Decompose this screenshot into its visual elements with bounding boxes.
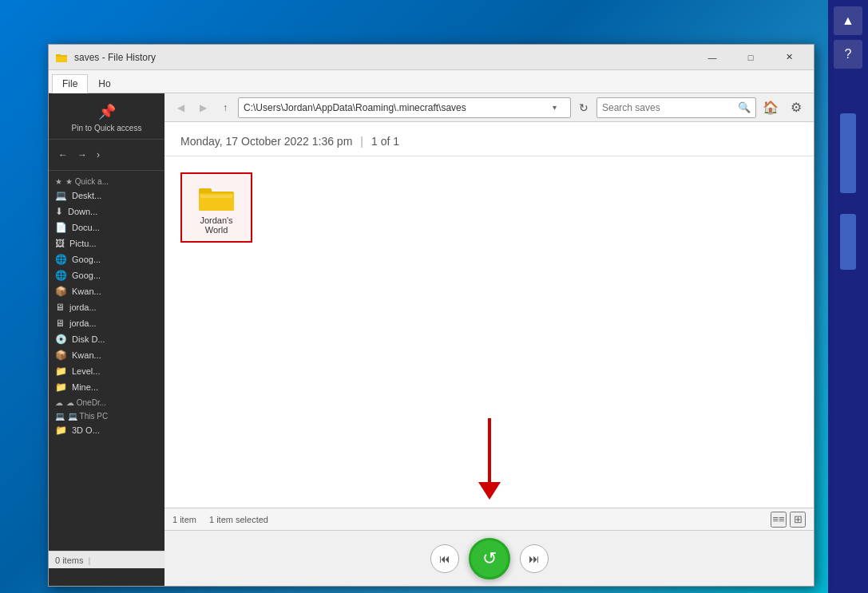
documents-icon: 📄 [55,222,67,233]
sidebar-item-google2[interactable]: 🌐 Goog... [49,267,164,283]
documents-label: Docu... [72,223,100,232]
arrow-head [478,482,501,500]
jorda2-icon: 🖥 [55,318,65,329]
right-strip-1 [840,113,856,193]
content-date: Monday, 17 October 2022 1:36 pm [180,135,352,148]
minimize-button[interactable]: — [694,45,731,69]
thispc-header: 💻 💻 This PC [49,409,164,422]
right-panel-up-btn[interactable]: ▲ [834,6,862,35]
address-bar-area: ◀ ▶ ↑ ▾ ↻ 🔍 🏠 ⚙ [164,93,814,122]
file-history-window: saves - File History — □ ✕ File Ho 📌 [48,44,814,587]
kwan-label: Kwan... [72,287,101,296]
red-arrow-indicator [478,418,501,500]
svg-rect-2 [56,54,61,57]
kwan-icon: 📦 [55,286,67,297]
ribbon-tabs: File Ho [49,70,814,93]
onedrive-icon: ☁ [55,398,63,407]
content-counter: 1 of 1 [371,135,399,148]
tab-home[interactable]: Ho [88,74,121,93]
sidebar-pin-section: 📌 Pin to Quick access [49,97,164,140]
tab-file[interactable]: File [52,74,88,93]
sidebar-divider: | [88,555,90,565]
pin-to-quick-access-button[interactable]: 📌 Pin to Quick access [54,103,160,132]
sidebar-item-level[interactable]: 📁 Level... [49,363,164,379]
search-input[interactable] [602,102,738,113]
files-area: Jordan's World [164,156,814,508]
desktop-icon: 💻 [55,190,67,201]
ribbon: File Ho [49,70,814,93]
title-bar-left: saves - File History [55,51,156,64]
sidebar-item-diskd[interactable]: 💿 Disk D... [49,331,164,347]
close-button[interactable]: ✕ [771,45,807,69]
downloads-label: Down... [68,207,97,216]
status-right: ≡≡ ⊞ [771,512,806,528]
forward-button[interactable]: ▶ [193,98,212,117]
main-area: 📌 Pin to Quick access ← → › ★ [49,93,814,586]
svg-rect-1 [56,57,67,62]
kwan2-label: Kwan... [72,350,101,360]
window-title: saves - File History [74,52,156,63]
pin-label: Pin to Quick access [72,124,142,132]
thispc-icon: 💻 [55,412,65,421]
sidebar-back-btn[interactable]: ← [55,148,71,162]
nav-controls: ⏮ ↺ ⏭ [164,530,814,586]
title-bar-controls: — □ ✕ [694,45,807,69]
sidebar-item-jorda1[interactable]: 🖥 jorda... [49,299,164,315]
google1-icon: 🌐 [55,254,67,265]
sidebar-items: ★ ★ Quick a... 💻 Deskt... ⬇ Down... 📄 Do… [49,171,164,441]
maximize-button[interactable]: □ [732,45,769,69]
content-header: Monday, 17 October 2022 1:36 pm | 1 of 1 [164,122,814,156]
sidebar-item-kwan[interactable]: 📦 Kwan... [49,283,164,299]
pin-icon: 📌 [98,103,116,121]
sidebar-item-kwan2[interactable]: 📦 Kwan... [49,347,164,363]
next-version-button[interactable]: ⏭ [520,544,549,573]
address-input[interactable] [244,102,553,113]
restore-button[interactable]: ↺ [469,538,510,579]
settings-button[interactable]: ⚙ [785,97,807,119]
address-dropdown-icon[interactable]: ▾ [553,103,565,112]
up-button[interactable]: ↑ [216,98,235,117]
quick-access-icon: ★ [55,177,62,186]
sidebar: 📌 Pin to Quick access ← → › ★ [49,93,164,586]
desktop: ▲ ? saves - File History — □ ✕ [0,0,868,593]
sidebar-item-jorda2[interactable]: 🖥 jorda... [49,315,164,331]
desktop-label: Deskt... [72,191,101,200]
3d-icon: 📁 [55,425,67,436]
sidebar-expand-btn[interactable]: › [93,148,103,162]
google2-icon: 🌐 [55,270,67,281]
diskd-label: Disk D... [72,334,105,344]
right-panel-help-btn[interactable]: ? [834,40,862,69]
right-panel: ▲ ? [828,0,868,593]
sidebar-item-documents[interactable]: 📄 Docu... [49,219,164,235]
sidebar-status-bar: 0 items | [49,551,164,568]
sidebar-forward-btn[interactable]: → [74,148,90,162]
content-separator: | [360,135,363,148]
sidebar-item-google1[interactable]: 🌐 Goog... [49,251,164,267]
diskd-icon: 💿 [55,334,67,345]
address-bar[interactable]: ▾ [238,97,571,118]
sidebar-item-downloads[interactable]: ⬇ Down... [49,204,164,219]
status-bar: 1 item 1 item selected ≡≡ ⊞ [164,508,814,530]
pictures-icon: 🖼 [55,238,65,249]
sidebar-item-pictures[interactable]: 🖼 Pictu... [49,235,164,251]
folder-icon [197,182,236,212]
content-panel: ◀ ▶ ↑ ▾ ↻ 🔍 🏠 ⚙ [164,93,814,586]
refresh-button[interactable]: ↻ [574,98,593,117]
folder-item-jordans-world[interactable]: Jordan's World [180,172,252,243]
search-box[interactable]: 🔍 [597,97,756,118]
title-bar: saves - File History — □ ✕ [49,45,814,70]
grid-view-button[interactable]: ⊞ [790,512,806,528]
3d-label: 3D O... [72,425,100,435]
level-icon: 📁 [55,366,67,377]
home-button[interactable]: 🏠 [759,97,782,119]
jorda1-label: jorda... [69,302,97,312]
prev-version-button[interactable]: ⏮ [430,544,459,573]
sidebar-item-desktop[interactable]: 💻 Deskt... [49,188,164,204]
search-icon[interactable]: 🔍 [738,101,751,113]
downloads-icon: ⬇ [55,206,63,217]
back-button[interactable]: ◀ [171,98,190,117]
folder-name: Jordan's World [188,215,244,235]
sidebar-item-3d[interactable]: 📁 3D O... [49,422,164,438]
sidebar-item-mine[interactable]: 📁 Mine... [49,379,164,395]
list-view-button[interactable]: ≡≡ [771,512,787,528]
